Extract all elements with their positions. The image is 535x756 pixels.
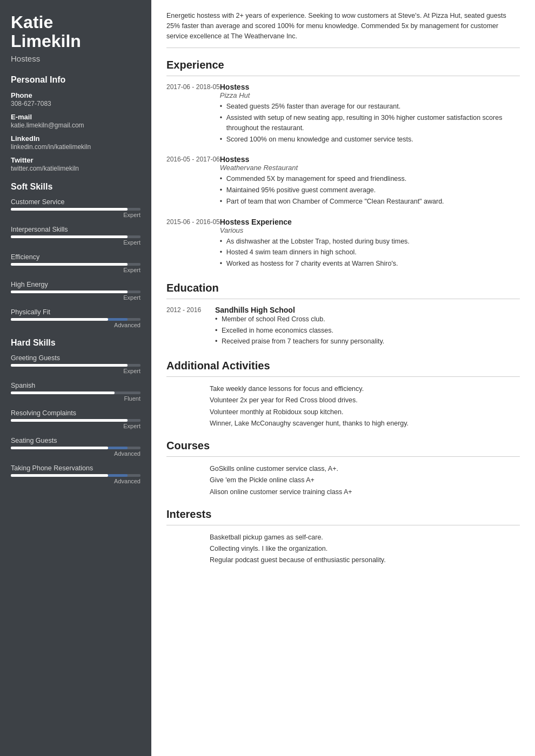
entry-date: 2017-06 - 2018-05 xyxy=(166,83,220,145)
email-label: E-mail xyxy=(11,113,141,121)
list-item: Volunteer monthly at Robidoux soup kitch… xyxy=(210,407,520,418)
twitter-label: Twitter xyxy=(11,156,141,164)
entry-body: HostessPizza HutSeated guests 25% faster… xyxy=(220,83,520,145)
bullet-item: Maintained 95% positive guest comment av… xyxy=(220,185,520,195)
skill-bar-accent xyxy=(108,474,128,477)
courses-divider xyxy=(166,456,520,457)
education-divider xyxy=(166,299,520,299)
candidate-title: Hostess xyxy=(11,54,141,63)
skill-bar-fill xyxy=(11,447,108,449)
list-item: Take weekly dance lessons for focus and … xyxy=(210,383,520,395)
entry-role: Sandhills High School xyxy=(215,306,520,314)
bullet-item: Worked as hostess for 7 charity events a… xyxy=(220,259,520,269)
entry-body: HostessWeathervane RestaurantCommended 5… xyxy=(220,155,520,207)
skill-name: Resolving Complaints xyxy=(11,409,141,417)
soft-skills-heading: Soft Skills xyxy=(11,182,141,192)
skill-item: Physically FitAdvanced xyxy=(11,308,141,328)
skill-bar-accent xyxy=(108,318,128,321)
phone-value: 308-627-7083 xyxy=(11,100,141,107)
list-item: Alison online customer service training … xyxy=(210,487,520,498)
activities-heading: Additional Activities xyxy=(166,357,520,372)
skill-name: Seating Guests xyxy=(11,437,141,444)
bullet-item: Assisted with setup of new seating app, … xyxy=(220,113,520,133)
list-item: Regular podcast guest because of enthusi… xyxy=(210,555,520,566)
bullet-item: Hosted 4 swim team dinners in high schoo… xyxy=(220,247,520,258)
skill-item: Greeting GuestsExpert xyxy=(11,354,141,374)
interests-heading: Interests xyxy=(166,506,520,521)
skill-name: Greeting Guests xyxy=(11,354,141,362)
skill-name: Efficiency xyxy=(11,253,141,261)
bullet-item: Seated guests 25% faster than average fo… xyxy=(220,102,520,112)
skill-bar-fill xyxy=(11,474,108,477)
skill-bar-fill xyxy=(11,291,128,293)
list-item: Volunteer 2x per year for Red Cross bloo… xyxy=(210,395,520,406)
skill-name: High Energy xyxy=(11,281,141,288)
entry: 2012 - 2016Sandhills High SchoolMember o… xyxy=(166,306,520,348)
skill-bar-fill xyxy=(11,318,108,321)
skill-level: Fluent xyxy=(11,395,141,402)
bullet-item: Scored 100% on menu knowledge and custom… xyxy=(220,134,520,145)
bullet-item: Excelled in home economics classes. xyxy=(215,326,520,336)
bullet-item: Part of team that won Chamber of Commerc… xyxy=(220,197,520,207)
entry-company: Pizza Hut xyxy=(220,91,520,99)
summary-text: Energetic hostess with 2+ years of exper… xyxy=(166,11,520,48)
entry-date: 2015-06 - 2016-05 xyxy=(166,218,220,270)
skill-bar-fill xyxy=(11,263,128,266)
skill-bar-background xyxy=(11,447,141,449)
entry-role: Hostess xyxy=(220,155,520,164)
skill-level: Expert xyxy=(11,368,141,374)
skill-item: Resolving ComplaintsExpert xyxy=(11,409,141,429)
skill-item: Customer ServiceExpert xyxy=(11,198,141,218)
skill-level: Expert xyxy=(11,294,141,301)
twitter-value: twitter.com/katielimekiln xyxy=(11,165,141,172)
entry-bullets: Seated guests 25% faster than average fo… xyxy=(220,102,520,144)
skill-item: Interpersonal SkillsExpert xyxy=(11,226,141,246)
skill-level: Expert xyxy=(11,212,141,218)
activities-list: Take weekly dance lessons for focus and … xyxy=(166,383,520,429)
linkedin-label: LinkedIn xyxy=(11,134,141,143)
list-item: Basketball pickup games as self-care. xyxy=(210,532,520,543)
skill-level: Advanced xyxy=(11,322,141,328)
skill-bar-background xyxy=(11,474,141,477)
experience-heading: Experience xyxy=(166,57,520,71)
entry-body: Hostess ExperienceVariousAs dishwasher a… xyxy=(220,218,520,270)
list-item: Winner, Lake McConaughy scavenger hunt, … xyxy=(210,418,520,429)
skill-bar-background xyxy=(11,419,141,422)
entry-bullets: Member of school Red Cross club.Excelled… xyxy=(215,314,520,347)
interests-list: Basketball pickup games as self-care.Col… xyxy=(166,532,520,566)
entry-role: Hostess xyxy=(220,83,520,91)
experience-divider xyxy=(166,76,520,76)
skill-item: Seating GuestsAdvanced xyxy=(11,437,141,457)
skill-bar-background xyxy=(11,364,141,367)
soft-skills-list: Customer ServiceExpertInterpersonal Skil… xyxy=(11,198,141,328)
experience-list: 2017-06 - 2018-05HostessPizza HutSeated … xyxy=(166,83,520,270)
entry-bullets: As dishwasher at the Lobster Trap, hoste… xyxy=(220,237,520,269)
list-item: Collecting vinyls. I like the organizati… xyxy=(210,543,520,555)
skill-level: Expert xyxy=(11,267,141,273)
interests-divider xyxy=(166,525,520,525)
skill-bar-fill xyxy=(11,208,128,211)
skill-item: High EnergyExpert xyxy=(11,281,141,301)
skill-bar-background xyxy=(11,291,141,293)
skill-bar-background xyxy=(11,208,141,211)
entry-role: Hostess Experience xyxy=(220,218,520,226)
main-content: Energetic hostess with 2+ years of exper… xyxy=(151,0,535,756)
bullet-item: Received praise from 7 teachers for sunn… xyxy=(215,336,520,347)
entry: 2016-05 - 2017-06HostessWeathervane Rest… xyxy=(166,155,520,207)
bullet-item: As dishwasher at the Lobster Trap, hoste… xyxy=(220,237,520,247)
skill-level: Expert xyxy=(11,239,141,246)
bullet-item: Member of school Red Cross club. xyxy=(215,314,520,325)
entry: 2017-06 - 2018-05HostessPizza HutSeated … xyxy=(166,83,520,145)
list-item: GoSkills online customer service class, … xyxy=(210,463,520,475)
skill-level: Expert xyxy=(11,423,141,429)
skill-bar-fill xyxy=(11,364,128,367)
bullet-item: Commended 5X by management for speed and… xyxy=(220,174,520,184)
sidebar: Katie Limekiln Hostess Personal Info Pho… xyxy=(0,0,151,756)
skill-name: Customer Service xyxy=(11,198,141,206)
skill-item: SpanishFluent xyxy=(11,382,141,402)
skill-bar-background xyxy=(11,235,141,238)
skill-bar-fill xyxy=(11,235,128,238)
skill-name: Taking Phone Reservations xyxy=(11,464,141,472)
hard-skills-list: Greeting GuestsExpertSpanishFluentResolv… xyxy=(11,354,141,484)
education-list: 2012 - 2016Sandhills High SchoolMember o… xyxy=(166,306,520,348)
